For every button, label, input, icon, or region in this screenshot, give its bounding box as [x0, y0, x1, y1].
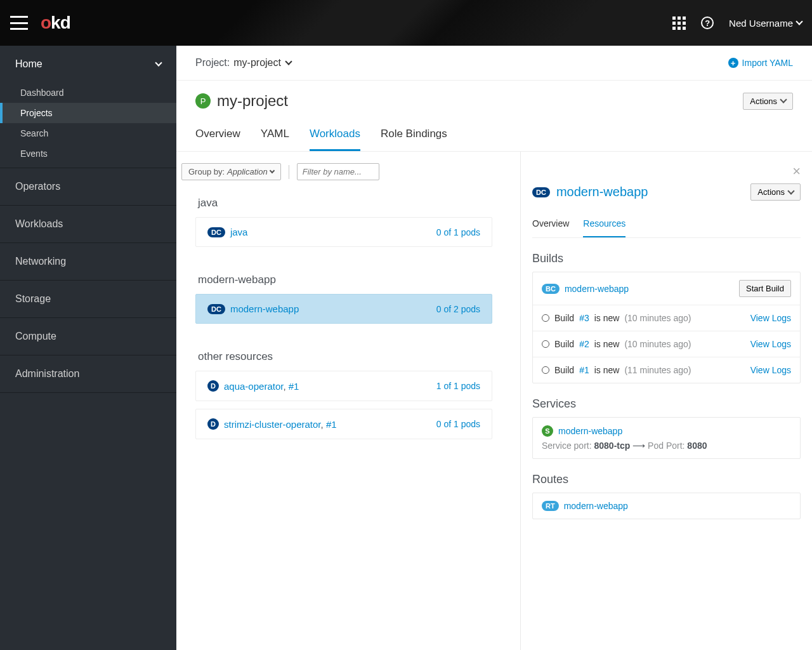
filter-input[interactable] [297, 163, 379, 180]
d-badge-icon: D [207, 418, 219, 430]
chevron-down-icon [155, 59, 162, 66]
workloads-list: Group by: Application java DC java 0 of … [176, 152, 520, 650]
routes-section-title: Routes [532, 473, 801, 486]
dc-badge-icon: DC [532, 187, 550, 197]
view-logs-link[interactable]: View Logs [750, 313, 791, 323]
builds-panel: BC modern-webapp Start Build Build #3 is… [532, 272, 801, 383]
detail-tabs: Overview Resources [532, 212, 801, 238]
nav-workloads[interactable]: Workloads [0, 206, 176, 242]
page-title: my-project [217, 92, 288, 110]
group-title: other resources [195, 343, 520, 371]
workload-name: aqua-operator, #1 [224, 381, 299, 392]
detail-actions-button[interactable]: Actions [750, 183, 801, 201]
project-selector[interactable]: my-project [233, 57, 281, 69]
group-by-selector[interactable]: Group by: Application [181, 163, 281, 180]
build-link[interactable]: #1 [579, 365, 589, 375]
plus-circle-icon: + [728, 58, 738, 68]
username-label: Ned Username [729, 18, 793, 29]
service-badge-icon: S [542, 425, 553, 437]
hamburger-icon[interactable] [10, 16, 28, 30]
status-circle-icon [542, 314, 549, 322]
nav-compute[interactable]: Compute [0, 318, 176, 355]
page-actions-button[interactable]: Actions [743, 93, 793, 110]
view-logs-link[interactable]: View Logs [750, 365, 791, 375]
build-link[interactable]: #3 [579, 313, 589, 323]
nav-storage[interactable]: Storage [0, 281, 176, 317]
tab-overview[interactable]: Overview [195, 121, 240, 151]
apps-icon[interactable] [672, 17, 686, 30]
divider [289, 165, 289, 179]
build-row: Build #3 is new (10 minutes ago) View Lo… [533, 305, 800, 331]
workload-name: strimzi-cluster-operator, #1 [224, 419, 337, 430]
d-badge-icon: D [207, 380, 219, 392]
chevron-down-icon [787, 187, 794, 194]
help-icon[interactable]: ? [701, 17, 714, 29]
nav-projects[interactable]: Projects [0, 103, 176, 123]
arrow-right-icon: ⟶ [632, 441, 645, 451]
build-status: is new [594, 365, 620, 375]
build-label: Build [554, 339, 574, 349]
detail-title[interactable]: modern-webapp [556, 185, 648, 199]
page-header: P my-project Actions [176, 81, 812, 114]
chevron-down-icon [269, 168, 274, 173]
workload-card-aqua-operator[interactable]: D aqua-operator, #1 1 of 1 pods [195, 371, 492, 401]
project-badge-icon: P [195, 93, 211, 109]
nav-search[interactable]: Search [0, 123, 176, 143]
workload-name: modern-webapp [230, 303, 299, 314]
build-label: Build [554, 313, 574, 323]
build-row: Build #2 is new (10 minutes ago) View Lo… [533, 331, 800, 357]
nav-administration[interactable]: Administration [0, 355, 176, 392]
view-logs-link[interactable]: View Logs [750, 339, 791, 349]
nav-networking[interactable]: Networking [0, 243, 176, 280]
group-by-label: Group by: [188, 167, 225, 176]
nav-events[interactable]: Events [0, 143, 176, 168]
route-link[interactable]: modern-webapp [564, 501, 628, 511]
status-circle-icon [542, 366, 549, 374]
topbar: okd ? Ned Username [0, 0, 812, 46]
group-by-value: Application [227, 167, 268, 176]
routes-panel: RT modern-webapp [532, 493, 801, 519]
logo[interactable]: okd [41, 13, 70, 33]
workload-pods: 0 of 2 pods [436, 304, 480, 314]
build-time: (10 minutes ago) [624, 313, 691, 323]
bc-badge-icon: BC [542, 284, 560, 294]
build-status: is new [594, 339, 620, 349]
nav-dashboard[interactable]: Dashboard [0, 83, 176, 103]
page-tabs: Overview YAML Workloads Role Bindings [176, 114, 812, 152]
nav-operators[interactable]: Operators [0, 168, 176, 205]
chevron-down-icon [780, 96, 787, 103]
workload-card-strimzi[interactable]: D strimzi-cluster-operator, #1 0 of 1 po… [195, 409, 492, 439]
workload-pods: 0 of 1 pods [436, 227, 480, 237]
workload-name: java [230, 227, 248, 237]
dc-badge-icon: DC [207, 304, 225, 314]
tab-role-bindings[interactable]: Role Bindings [381, 121, 447, 151]
service-ports: Service port: 8080-tcp ⟶ Pod Port: 8080 [533, 441, 800, 458]
project-label: Project: [195, 57, 230, 69]
build-link[interactable]: #2 [579, 339, 589, 349]
dc-badge-icon: DC [207, 227, 225, 237]
detail-tab-resources[interactable]: Resources [583, 212, 625, 237]
import-yaml-button[interactable]: + Import YAML [728, 58, 793, 68]
nav-home-label: Home [15, 58, 43, 70]
workload-card-java[interactable]: DC java 0 of 1 pods [195, 217, 492, 247]
group-title: java [195, 189, 520, 217]
actions-label: Actions [757, 187, 785, 197]
sidebar: Home Dashboard Projects Search Events Op… [0, 46, 176, 650]
chevron-down-icon [796, 18, 802, 25]
build-time: (10 minutes ago) [624, 339, 691, 349]
workload-card-modern-webapp[interactable]: DC modern-webapp 0 of 2 pods [195, 294, 492, 324]
chevron-down-icon[interactable] [285, 58, 292, 65]
close-icon[interactable]: × [792, 163, 801, 179]
tab-workloads[interactable]: Workloads [310, 121, 360, 151]
start-build-button[interactable]: Start Build [739, 280, 791, 297]
services-panel: S modern-webapp Service port: 8080-tcp ⟶… [532, 417, 801, 459]
build-row: Build #1 is new (11 minutes ago) View Lo… [533, 357, 800, 383]
detail-panel: × DC modern-webapp Actions Overview Reso… [520, 152, 812, 650]
tab-yaml[interactable]: YAML [261, 121, 289, 151]
detail-tab-overview[interactable]: Overview [532, 212, 569, 237]
actions-label: Actions [750, 96, 777, 106]
nav-home[interactable]: Home [0, 46, 176, 83]
service-link[interactable]: modern-webapp [558, 426, 622, 436]
user-menu[interactable]: Ned Username [729, 18, 802, 29]
buildconfig-link[interactable]: modern-webapp [565, 284, 629, 294]
